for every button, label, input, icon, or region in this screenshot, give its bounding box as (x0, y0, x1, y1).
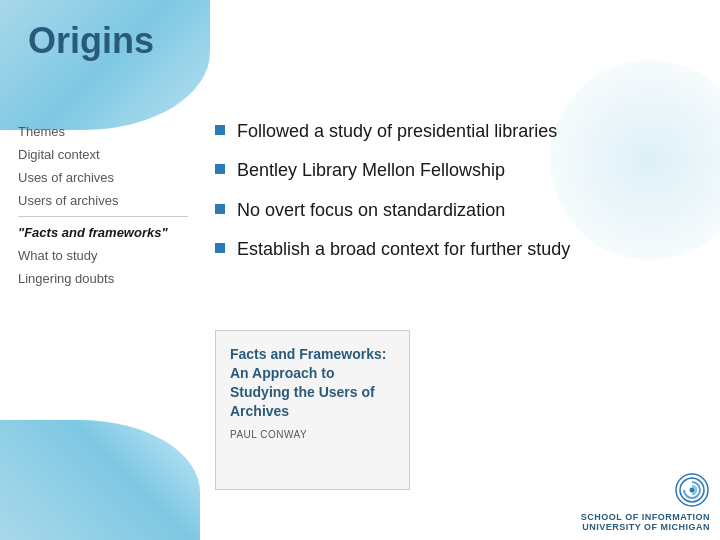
bullet-list: Followed a study of presidential librari… (215, 120, 700, 262)
school-logo-icon (674, 472, 710, 508)
sidebar-item-users-of-archives[interactable]: Users of archives (18, 189, 208, 212)
svg-point-1 (690, 488, 695, 493)
sidebar-item-what-to-study[interactable]: What to study (18, 244, 208, 267)
sidebar-item-digital-context[interactable]: Digital context (18, 143, 208, 166)
bullet-icon-0 (215, 125, 225, 135)
footer-line1: SCHOOL OF INFORMATION (581, 512, 710, 522)
sidebar-item-lingering-doubts[interactable]: Lingering doubts (18, 267, 208, 290)
sidebar-item-themes[interactable]: Themes (18, 120, 208, 143)
bullet-icon-1 (215, 164, 225, 174)
page-title: Origins (28, 20, 154, 62)
book-author: PAUL CONWAY (230, 429, 395, 440)
sidebar-nav: Themes Digital context Uses of archives … (18, 120, 208, 290)
footer-line2: UNIVERSITY OF MICHIGAN (581, 522, 710, 532)
slide-container: Origins Themes Digital context Uses of a… (0, 0, 720, 540)
book-title: Facts and Frameworks: An Approach to Stu… (230, 345, 395, 421)
footer-logo: SCHOOL OF INFORMATION UNIVERSITY OF MICH… (581, 472, 710, 532)
bullet-text-2: No overt focus on standardization (237, 199, 505, 222)
bullet-item-1: Bentley Library Mellon Fellowship (215, 159, 700, 182)
sidebar-divider (18, 216, 188, 217)
bullet-item-2: No overt focus on standardization (215, 199, 700, 222)
bullet-text-3: Establish a broad context for further st… (237, 238, 570, 261)
sidebar-item-facts-frameworks[interactable]: "Facts and frameworks" (18, 221, 208, 244)
sidebar-item-uses-of-archives[interactable]: Uses of archives (18, 166, 208, 189)
bg-shape-bottom (0, 420, 200, 540)
bullet-item-3: Establish a broad context for further st… (215, 238, 700, 261)
bullet-text-0: Followed a study of presidential librari… (237, 120, 557, 143)
bullet-text-1: Bentley Library Mellon Fellowship (237, 159, 505, 182)
bullet-icon-3 (215, 243, 225, 253)
main-content: Followed a study of presidential librari… (215, 120, 700, 278)
bullet-item-0: Followed a study of presidential librari… (215, 120, 700, 143)
book-cover: Facts and Frameworks: An Approach to Stu… (215, 330, 410, 490)
bullet-icon-2 (215, 204, 225, 214)
